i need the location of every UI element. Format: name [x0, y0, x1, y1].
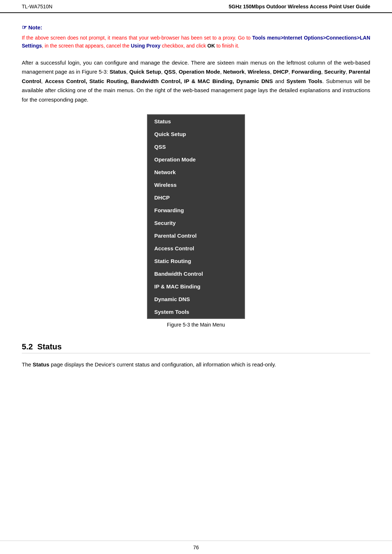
menu-item-parental-control[interactable]: Parental Control — [147, 229, 245, 242]
menu-container: StatusQuick SetupQSSOperation ModeNetwor… — [22, 114, 370, 338]
page-number: 76 — [193, 545, 199, 550]
menu-item-operation-mode[interactable]: Operation Mode — [147, 153, 245, 166]
menu-item-status: Status — [110, 69, 126, 75]
menu-item-security[interactable]: Security — [147, 217, 245, 229]
menu-item-ip--mac-binding[interactable]: IP & MAC Binding — [147, 280, 245, 293]
menu-item-wireless: Wireless — [248, 69, 270, 75]
body-paragraph: After a successful login, you can config… — [22, 58, 370, 104]
menu-item-opmode: Operation Mode — [179, 69, 220, 75]
main-content: ☞ Note: If the above screen does not pro… — [0, 13, 392, 541]
note-label-text: Note: — [28, 24, 42, 30]
menu-item-network[interactable]: Network — [147, 166, 245, 178]
header-title: 5GHz 150Mbps Outdoor Wireless Access Poi… — [229, 4, 370, 9]
menu-item-systemtools: System Tools — [286, 78, 322, 84]
menu-item-forwarding[interactable]: Forwarding — [147, 204, 245, 217]
menu-item-wireless[interactable]: Wireless — [147, 178, 245, 191]
page-header: TL-WA7510N 5GHz 150Mbps Outdoor Wireless… — [0, 0, 392, 13]
section-bold-status: Status — [33, 361, 49, 368]
menu-item-forwarding: Forwarding — [291, 69, 321, 75]
section-intro: The — [22, 361, 33, 368]
note-icon: ☞ — [22, 24, 27, 31]
figure-caption: Figure 5-3 the Main Menu — [167, 322, 225, 328]
section-paragraph: The Status page displays the Device's cu… — [22, 360, 370, 369]
note-text-part4: to finish it. — [215, 43, 239, 49]
main-menu-table: StatusQuick SetupQSSOperation ModeNetwor… — [147, 114, 245, 319]
note-section: ☞ Note: If the above screen does not pro… — [22, 24, 370, 50]
page-wrapper: TL-WA7510N 5GHz 150Mbps Outdoor Wireless… — [0, 0, 392, 554]
menu-item-status[interactable]: Status — [147, 115, 245, 128]
menu-item-access-control[interactable]: Access Control — [147, 242, 245, 255]
note-text: If the above screen does not prompt, it … — [22, 34, 370, 50]
section-heading: 5.2 Status — [22, 342, 370, 353]
page-footer: 76 — [0, 541, 392, 554]
menu-item-qss[interactable]: QSS — [147, 140, 245, 153]
menu-item-bandwidth-control[interactable]: Bandwidth Control — [147, 267, 245, 280]
menu-item-network: Network — [223, 69, 245, 75]
note-bold-blue2: Using Proxy — [131, 43, 160, 49]
menu-item-security: Security — [324, 69, 346, 75]
section-text: page displays the Device's current statu… — [49, 361, 276, 368]
menu-item-system-tools[interactable]: System Tools — [147, 305, 245, 319]
note-text-part1: If the above screen does not prompt, it … — [22, 35, 252, 41]
menu-item-dhcp: DHCP — [273, 69, 289, 75]
note-text-part3: checkbox, and click — [160, 43, 207, 49]
note-text-part2: , in the screen that appears, cancel the — [42, 43, 131, 49]
menu-item-static-routing[interactable]: Static Routing — [147, 255, 245, 267]
menu-item-dhcp[interactable]: DHCP — [147, 191, 245, 204]
section-title: Status — [37, 342, 62, 351]
menu-item-quick-setup[interactable]: Quick Setup — [147, 128, 245, 140]
note-bold-ok: OK — [207, 43, 215, 49]
note-label: ☞ Note: — [22, 24, 370, 31]
menu-item-dynamic-dns[interactable]: Dynamic DNS — [147, 293, 245, 305]
menu-item-quicksetup: Quick Setup — [129, 69, 161, 75]
header-model: TL-WA7510N — [22, 4, 52, 9]
menu-item-qss: QSS — [164, 69, 176, 75]
menu-item-access: Access Control, Static Routing, Bandwidt… — [45, 78, 273, 84]
section-number: 5.2 — [22, 342, 37, 351]
